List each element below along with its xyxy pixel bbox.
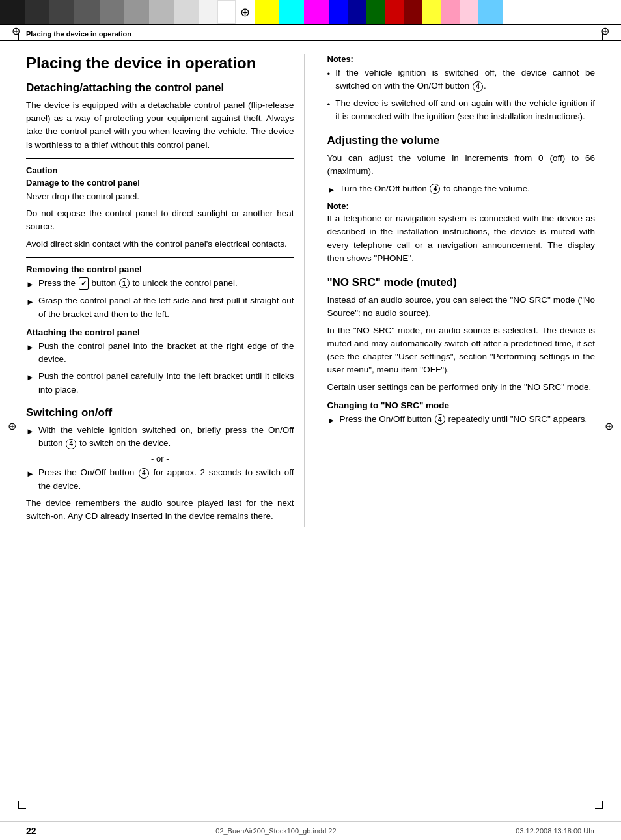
color-seg-18 [385,0,404,24]
circle-4e: 4 [435,414,445,425]
color-seg-16 [348,0,366,24]
arrow-icon-8: ► [327,414,336,427]
main-content: Placing the device in operation Detachin… [0,41,621,540]
crosshair-right-mid: ⊕ [605,420,613,432]
volume-step-text: Turn the On/Off button 4 to change the v… [339,182,595,195]
changing-nosrc-step: ► Press the On/Off button 4 repeatedly u… [327,413,596,427]
note-item-2: • The device is switched off and on agai… [327,97,596,124]
left-column: Placing the device in operation Detachin… [26,54,305,527]
switching-step-1-text: With the vehicle ignition switched on, b… [38,424,294,451]
crosshair-left-mid: ⊕ [8,420,16,432]
page-header-text: Placing the device in operation [26,30,131,38]
color-seg-6 [124,0,149,24]
volume-note-label: Note: [327,201,596,211]
color-seg-20 [422,0,441,24]
color-seg-12 [255,0,279,24]
color-seg-1 [0,0,25,24]
changing-nosrc-step-text: Press the On/Off button 4 repeatedly unt… [339,413,595,426]
section1-body: The device is equipped with a detachable… [26,99,294,152]
circle-4c: 4 [473,81,483,92]
volume-note-text: If a telephone or navigation system is c… [327,212,596,265]
color-seg-22 [460,0,478,24]
caution-item-2: Do not expose the control panel to direc… [26,207,294,234]
changing-nosrc-title: Changing to "NO SRC" mode [327,400,596,410]
corner-mark-br [595,801,603,809]
color-seg-7 [149,0,174,24]
page-header: Placing the device in operation [0,25,621,41]
arrow-icon-6: ► [26,468,34,481]
arrow-icon-3: ► [26,341,34,354]
nosrc-body2: In the "NO SRC" mode, no audio source is… [327,324,596,377]
page-number: 22 [26,826,36,836]
circle-4b: 4 [139,468,149,479]
color-seg-14 [304,0,329,24]
color-seg-17 [366,0,385,24]
footer-filename: 02_BuenAir200_Stock100_gb.indd 22 [215,827,336,835]
corner-mark-bl [18,801,26,809]
volume-title: Adjusting the volume [327,133,596,148]
circle-4a: 4 [66,439,76,449]
color-seg-21 [441,0,460,24]
caution-label: Caution [26,165,294,175]
divider-1 [26,158,294,159]
note-item-2-text: The device is switched off and on again … [335,97,595,124]
attaching-step-1-text: Push the control panel into the bracket … [38,340,294,367]
color-seg-8 [174,0,199,24]
caution-item-3: Avoid direct skin contact with the contr… [26,238,294,251]
removing-step-1-text: Press the ✓ button 1 to unlock the contr… [38,277,294,290]
switching-step-2-text: Press the On/Off button 4 for approx. 2 … [38,466,294,493]
caution-item-1: Never drop the control panel. [26,190,294,203]
crosshair-left-top: ⊕ [12,25,20,37]
attaching-step-2-text: Push the control panel carefully into th… [38,370,294,397]
page-footer: 22 02_BuenAir200_Stock100_gb.indd 22 03.… [0,821,621,840]
nosrc-body1: Instead of an audio source, you can sele… [327,294,596,320]
attaching-step-1: ► Push the control panel into the bracke… [26,340,294,367]
arrow-icon-1: ► [26,278,34,291]
or-separator: - or - [26,454,294,464]
damage-title: Damage to the control panel [26,178,294,188]
attaching-title: Attaching the control panel [26,328,294,337]
nosrc-title: "NO SRC" mode (muted) [327,275,596,290]
color-seg-2 [25,0,49,24]
divider-2 [26,257,294,258]
removing-step-2-text: Grasp the control panel at the left side… [38,294,294,321]
bullet-dot-2: • [327,98,331,111]
arrow-icon-7: ► [327,184,336,197]
nosrc-body3: Certain user settings can be performed o… [327,381,596,394]
switching-step-2: ► Press the On/Off button 4 for approx. … [26,466,294,493]
color-bar: ⊕ [0,0,621,25]
color-seg-19 [404,0,422,24]
footer-date: 03.12.2008 13:18:00 Uhr [516,827,595,835]
color-seg-9 [199,0,217,24]
arrow-icon-4: ► [26,371,34,384]
arrow-icon-5: ► [26,425,34,438]
bullet-dot-1: • [327,68,331,81]
crosshair-right-top: ⊕ [601,25,609,37]
color-seg-5 [100,0,124,24]
crosshair-center: ⊕ [236,0,255,24]
color-seg-15 [329,0,348,24]
circle-4d: 4 [430,184,440,194]
note-item-1-text: If the vehicle ignition is switched off,… [335,66,595,93]
color-seg-23 [478,0,503,24]
notes-label: Notes: [327,54,596,64]
circle-1: 1 [119,278,130,288]
color-seg-13 [279,0,304,24]
section1-title: Detaching/attaching the control panel [26,81,294,95]
attaching-step-2: ► Push the control panel carefully into … [26,370,294,397]
note-item-1: • If the vehicle ignition is switched of… [327,66,596,93]
main-title: Placing the device in operation [26,54,294,73]
removing-step-2: ► Grasp the control panel at the left si… [26,294,294,321]
n-button-icon: ✓ [79,277,89,290]
arrow-icon-2: ► [26,296,34,309]
switching-footer: The device remembers the audio source pl… [26,497,294,524]
color-seg-3 [49,0,74,24]
volume-step: ► Turn the On/Off button 4 to change the… [327,182,596,197]
removing-step-1: ► Press the ✓ button 1 to unlock the con… [26,277,294,291]
color-seg-4 [74,0,99,24]
right-column: Notes: • If the vehicle ignition is swit… [324,54,596,527]
color-seg-10 [217,0,236,24]
switching-step-1: ► With the vehicle ignition switched on,… [26,424,294,451]
volume-body: You can adjust the volume in increments … [327,152,596,178]
switching-title: Switching on/off [26,406,294,420]
